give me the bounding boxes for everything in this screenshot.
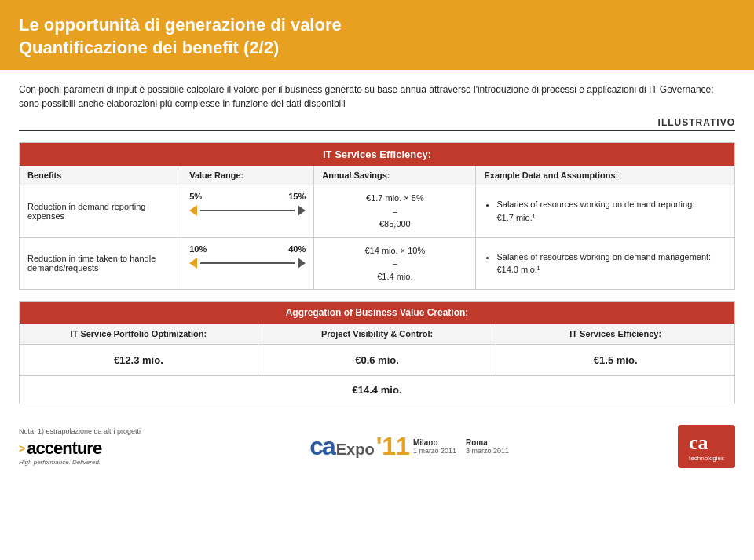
range-bar-1 <box>189 204 306 217</box>
location-milano-date: 1 marzo 2011 <box>413 447 456 455</box>
value-range-1: 5% 15% <box>181 185 314 237</box>
value-range-2: 10% 40% <box>181 238 314 290</box>
example-1: Salaries of resources working on demand … <box>476 185 734 237</box>
col-header-savings: Annual Savings: <box>314 166 476 185</box>
example-text-1: Salaries of resources working on demand … <box>484 198 694 224</box>
it-services-header: IT Services Efficiency: <box>20 143 734 166</box>
table-row: Reduction in demand reporting expenses 5… <box>20 185 734 238</box>
col-header-value: Value Range: <box>181 166 314 185</box>
example-bullet2-row2: €14.0 mio.¹ <box>496 265 540 274</box>
agg-val-1: €12.3 mio. <box>20 345 258 375</box>
agg-total: €14.4 mio. <box>20 376 734 404</box>
footer-center: ca Expo '11 Milano 1 marzo 2011 Roma 3 m… <box>309 432 509 461</box>
table-row: Reduction in time taken to handle demand… <box>20 238 734 290</box>
agg-col-1: IT Service Portfolio Optimization: <box>20 324 258 344</box>
example-bullet1-row1: Salaries of resources working on demand … <box>496 199 694 209</box>
intro-text: Con pochi parametri di input è possibile… <box>19 82 735 111</box>
range-low-2: 10% <box>189 244 207 254</box>
footer-left: Nota: 1) estrapolazione da altri progett… <box>19 427 141 466</box>
savings-text-1: €1.7 mio. × 5% = €85,000 <box>366 192 424 231</box>
caexpo-locations: Milano 1 marzo 2011 Roma 3 marzo 2011 <box>413 438 509 455</box>
footer-right: ca technologies <box>678 425 735 468</box>
range-line <box>200 210 295 211</box>
example-text-2: Salaries of resources working on demand … <box>484 251 711 276</box>
range-low-1: 5% <box>189 192 202 201</box>
range-high-2: 40% <box>288 244 306 254</box>
range-high-1: 15% <box>288 192 306 201</box>
location-roma: Roma 3 marzo 2011 <box>466 438 509 455</box>
caexpo-expo: Expo <box>336 441 375 459</box>
header-line2: Quantificazione dei benefit (2/2) <box>19 38 279 57</box>
example-bullet2-row1: €1.7 mio.¹ <box>496 213 535 222</box>
savings-line3: €85,000 <box>379 219 411 229</box>
ca-logo-box: ca technologies <box>678 425 735 468</box>
aggregation-section: Aggregation of Business Value Creation: … <box>19 301 735 404</box>
location-milano-city: Milano <box>413 438 456 447</box>
savings-line2-row2: = <box>393 258 397 268</box>
accenture-name: accenture <box>27 438 101 459</box>
illustrativo-label: ILLUSTRATIVO <box>19 117 735 131</box>
savings-1: €1.7 mio. × 5% = €85,000 <box>314 185 476 237</box>
footer: Nota: 1) estrapolazione da altri progett… <box>0 419 754 473</box>
it-services-table: IT Services Efficiency: Benefits Value R… <box>19 142 735 290</box>
savings-line1-row2: €14 mio. × 10% <box>364 246 425 255</box>
range-line <box>200 262 295 264</box>
agg-val-3: €1.5 mio. <box>496 345 734 375</box>
savings-text-2: €14 mio. × 10% = €1.4 mio. <box>364 244 425 284</box>
agg-val-2: €0.6 mio. <box>258 345 497 375</box>
nota-text: Nota: 1) estrapolazione da altri progett… <box>19 427 141 435</box>
col-header-benefits: Benefits <box>20 166 181 185</box>
diamond-left-icon <box>189 205 197 216</box>
ca-sub-text: technologies <box>689 455 724 462</box>
location-milano: Milano 1 marzo 2011 <box>413 438 456 455</box>
savings-2: €14 mio. × 10% = €1.4 mio. <box>314 238 476 290</box>
aggregation-header: Aggregation of Business Value Creation: <box>20 302 734 324</box>
accenture-tagline: High performance. Delivered. <box>19 459 141 466</box>
header-title: Le opportunità di generazione di valore … <box>19 14 735 59</box>
example-2: Salaries of resources working on demand … <box>476 238 734 290</box>
savings-line3-row2: €1.4 mio. <box>377 272 412 281</box>
range-bar-2 <box>189 257 306 269</box>
arrow-right-icon <box>298 205 306 216</box>
main-content: Con pochi parametri di input è possibile… <box>0 70 754 412</box>
savings-line2: = <box>393 207 397 216</box>
agg-col-3: IT Services Efficiency: <box>496 324 734 344</box>
agg-values-row: €12.3 mio. €0.6 mio. €1.5 mio. <box>20 345 734 376</box>
agg-col-2: Project Visibility & Control: <box>258 324 497 344</box>
arrow-right-icon <box>298 258 306 269</box>
diamond-left-icon <box>189 258 197 269</box>
column-headers-row: Benefits Value Range: Annual Savings: Ex… <box>20 166 734 185</box>
caexpo-ca: ca <box>309 432 335 461</box>
location-roma-city: Roma <box>466 438 509 447</box>
agg-column-headers: IT Service Portfolio Optimization: Proje… <box>20 324 734 345</box>
col-header-example: Example Data and Assumptions: <box>476 166 734 185</box>
benefit-1: Reduction in demand reporting expenses <box>20 185 181 237</box>
header-line1: Le opportunità di generazione di valore <box>19 15 342 35</box>
ca-logo-text: ca <box>689 431 724 455</box>
caexpo-year: '11 <box>376 432 410 461</box>
example-bullet1-row2: Salaries of resources working on demand … <box>496 252 711 262</box>
header-bar: Le opportunità di generazione di valore … <box>0 0 754 70</box>
savings-line1: €1.7 mio. × 5% <box>366 193 424 203</box>
accenture-arrow-icon: > <box>19 442 25 455</box>
location-roma-date: 3 marzo 2011 <box>466 447 509 455</box>
benefit-2: Reduction in time taken to handle demand… <box>20 238 181 290</box>
accenture-logo: > accenture High performance. Delivered. <box>19 438 141 466</box>
